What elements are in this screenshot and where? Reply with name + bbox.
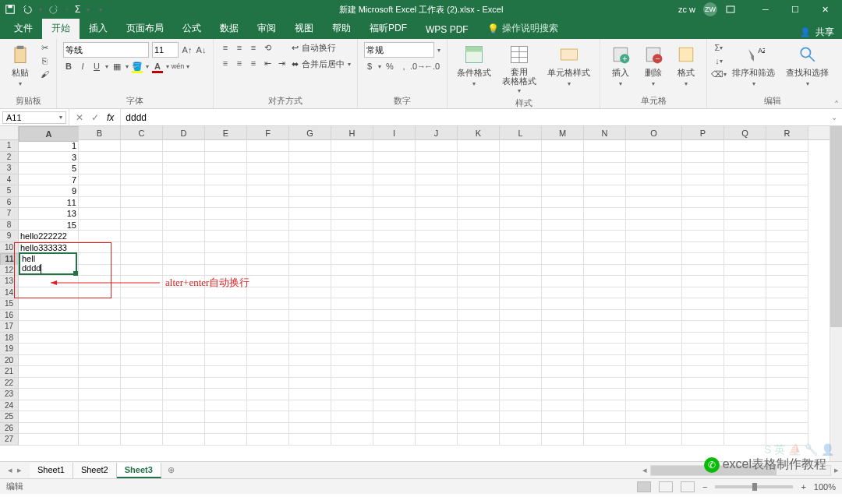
cell-D6[interactable]	[163, 197, 205, 209]
sheet-nav-next-icon[interactable]: ▸	[17, 465, 22, 475]
cell-C12[interactable]	[121, 265, 163, 277]
cell-F23[interactable]	[247, 389, 289, 400]
row-header-25[interactable]: 25	[0, 411, 19, 423]
tab-help[interactable]: 帮助	[323, 18, 360, 39]
cell-N27[interactable]	[584, 434, 626, 446]
cell-B7[interactable]	[79, 208, 121, 220]
cell-D24[interactable]	[163, 400, 205, 412]
cell-H1[interactable]	[331, 140, 373, 152]
cell-D27[interactable]	[163, 434, 205, 446]
cell-I9[interactable]	[373, 231, 416, 242]
share-button[interactable]: 共享	[815, 26, 834, 39]
cell-Q9[interactable]	[724, 231, 766, 242]
cell-D21[interactable]	[163, 366, 205, 378]
cell-A22[interactable]	[19, 378, 79, 389]
cell-J16[interactable]	[416, 310, 458, 322]
save-icon[interactable]	[5, 4, 16, 15]
cell-K17[interactable]	[458, 321, 500, 333]
cell-Q11[interactable]	[724, 253, 766, 265]
cell-N6[interactable]	[584, 197, 626, 209]
cell-I26[interactable]	[373, 423, 416, 435]
cell-J12[interactable]	[416, 265, 458, 277]
cell-P17[interactable]	[682, 321, 724, 333]
tell-me-search[interactable]: 💡 操作说明搜索	[478, 22, 568, 39]
tab-data[interactable]: 数据	[210, 18, 248, 39]
cell-K22[interactable]	[458, 378, 500, 389]
cell-H3[interactable]	[331, 163, 373, 174]
cell-G22[interactable]	[289, 378, 331, 389]
cell-G5[interactable]	[289, 185, 331, 197]
cell-P9[interactable]	[682, 231, 724, 242]
cell-K21[interactable]	[458, 366, 500, 378]
cell-J21[interactable]	[416, 366, 458, 378]
number-format-select[interactable]	[364, 42, 434, 58]
cell-N11[interactable]	[584, 253, 626, 265]
cell-L4[interactable]	[500, 174, 542, 186]
border-dropdown-icon[interactable]: ▾	[126, 63, 129, 70]
cell-O22[interactable]	[626, 378, 682, 389]
cell-G25[interactable]	[289, 411, 331, 423]
cell-L13[interactable]	[500, 276, 542, 287]
column-header-J[interactable]: J	[416, 126, 458, 139]
cell-K6[interactable]	[458, 197, 500, 209]
cell-R15[interactable]	[766, 298, 808, 310]
cell-I18[interactable]	[373, 333, 416, 344]
cell-A19[interactable]	[19, 344, 79, 355]
cell-L2[interactable]	[500, 152, 542, 164]
cell-C1[interactable]	[121, 140, 163, 152]
cell-F26[interactable]	[247, 423, 289, 435]
cell-G10[interactable]	[289, 242, 331, 254]
tab-wpspdf[interactable]: WPS PDF	[416, 20, 478, 39]
column-header-O[interactable]: O	[626, 126, 682, 139]
cell-L1[interactable]	[500, 140, 542, 152]
redo-dropdown-icon[interactable]: ▾	[65, 6, 69, 13]
cell-H25[interactable]	[331, 411, 373, 423]
column-header-G[interactable]: G	[289, 126, 331, 139]
cell-D11[interactable]	[163, 253, 205, 265]
percent-icon[interactable]: %	[384, 61, 395, 72]
cell-K7[interactable]	[458, 208, 500, 220]
cell-H4[interactable]	[331, 174, 373, 186]
column-header-H[interactable]: H	[331, 126, 373, 139]
cell-K4[interactable]	[458, 174, 500, 186]
cell-D10[interactable]	[163, 242, 205, 254]
cell-O21[interactable]	[626, 366, 682, 378]
cell-E6[interactable]	[205, 197, 247, 209]
cell-N21[interactable]	[584, 366, 626, 378]
cell-G11[interactable]	[289, 253, 331, 265]
cell-L10[interactable]	[500, 242, 542, 254]
cell-O26[interactable]	[626, 423, 682, 435]
phonetic-dropdown-icon[interactable]: ▾	[186, 63, 189, 70]
cancel-icon[interactable]: ✕	[76, 112, 83, 123]
cell-D12[interactable]	[163, 265, 205, 277]
cell-A4[interactable]: 7	[19, 174, 79, 186]
cell-I1[interactable]	[373, 140, 416, 152]
cell-D9[interactable]	[163, 231, 205, 242]
cell-H24[interactable]	[331, 400, 373, 412]
cell-I25[interactable]	[373, 411, 416, 423]
cell-C4[interactable]	[121, 174, 163, 186]
grid-body[interactable]: 11233547596117138159hello22222210hello33…	[0, 140, 842, 446]
cell-F25[interactable]	[247, 411, 289, 423]
name-box-dropdown-icon[interactable]: ▾	[59, 114, 62, 121]
cell-G7[interactable]	[289, 208, 331, 220]
format-painter-icon[interactable]: 🖌	[39, 69, 50, 79]
cell-O17[interactable]	[626, 321, 682, 333]
insert-cells-button[interactable]: +插入▾	[607, 42, 635, 89]
cell-I16[interactable]	[373, 310, 416, 322]
cell-R12[interactable]	[766, 265, 808, 277]
accounting-icon[interactable]: $	[364, 61, 375, 72]
cell-Q2[interactable]	[724, 152, 766, 164]
tab-layout[interactable]: 页面布局	[117, 18, 173, 39]
cell-D7[interactable]	[163, 208, 205, 220]
cell-E8[interactable]	[205, 220, 247, 231]
cell-K20[interactable]	[458, 355, 500, 367]
cell-J7[interactable]	[416, 208, 458, 220]
fx-icon[interactable]: fx	[107, 112, 114, 123]
increase-font-icon[interactable]: A↑	[182, 44, 193, 55]
cell-N19[interactable]	[584, 344, 626, 355]
cell-N3[interactable]	[584, 163, 626, 174]
cell-F16[interactable]	[247, 310, 289, 322]
cell-L9[interactable]	[500, 231, 542, 242]
cell-H26[interactable]	[331, 423, 373, 435]
